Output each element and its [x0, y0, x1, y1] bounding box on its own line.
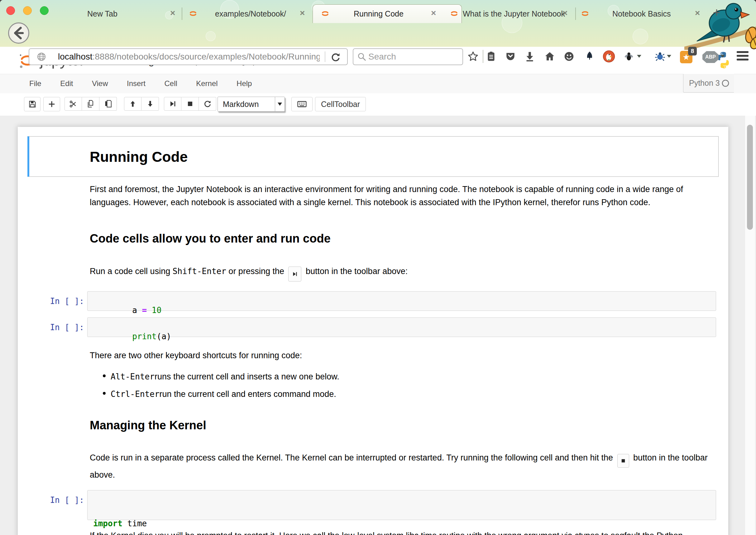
- reload-icon[interactable]: [330, 52, 341, 62]
- cut-cell-button[interactable]: [65, 97, 82, 111]
- tab-close-icon[interactable]: ×: [562, 9, 567, 17]
- window-close-button[interactable]: [6, 6, 15, 15]
- restart-kernel-button[interactable]: [199, 97, 216, 111]
- code-cell-input[interactable]: print(a): [87, 317, 716, 337]
- menu-file[interactable]: File: [20, 74, 50, 93]
- command-palette-button[interactable]: [291, 97, 312, 111]
- reading-list-icon[interactable]: [486, 51, 497, 62]
- select-arrow: [275, 97, 284, 111]
- url-text[interactable]: localhost:8888/notebooks/docs/source/exa…: [58, 49, 320, 65]
- code-cell-input[interactable]: import time time.sleep(10): [87, 490, 716, 520]
- bullet-text: run the current cell and enters command …: [160, 387, 336, 401]
- menu-help[interactable]: Help: [228, 74, 260, 93]
- copy-cell-button[interactable]: [82, 97, 99, 111]
- search-bar[interactable]: [353, 48, 463, 65]
- tab-what-is-jupyter[interactable]: What is the Jupyter Notebook: [463, 9, 565, 18]
- interrupt-kernel-button[interactable]: [181, 97, 199, 111]
- menu-kernel[interactable]: Kernel: [187, 74, 226, 93]
- run-cell-button[interactable]: [164, 97, 181, 111]
- arrow-up-icon: [129, 100, 137, 108]
- abp-label: ABP: [705, 54, 716, 60]
- menu-view[interactable]: View: [83, 74, 117, 93]
- arrow-down-icon: [146, 100, 154, 108]
- chevron-down-icon[interactable]: [637, 55, 641, 58]
- section-heading-managing-kernel[interactable]: Managing the Kernel: [90, 419, 206, 432]
- notebook-page: Running Code First and foremost, the Jup…: [0, 116, 756, 535]
- search-input[interactable]: [368, 50, 459, 63]
- keyboard-icon: [297, 99, 307, 109]
- jupyter-favicon-icon: [321, 9, 329, 18]
- tab-close-icon[interactable]: ×: [431, 9, 436, 17]
- notebook-h1: Running Code: [90, 148, 188, 165]
- new-tab-button[interactable]: +: [713, 6, 720, 20]
- quill-addon-icon[interactable]: [584, 51, 595, 62]
- save-button[interactable]: [24, 97, 40, 111]
- chevron-down-icon[interactable]: [667, 55, 671, 58]
- code-token: import: [93, 519, 122, 528]
- paste-cell-button[interactable]: [99, 97, 117, 111]
- tab-close-icon[interactable]: ×: [170, 9, 175, 17]
- scrollbar-track[interactable]: [745, 116, 755, 535]
- tab-close-icon[interactable]: ×: [695, 9, 700, 17]
- duckduckgo-icon[interactable]: [603, 50, 615, 63]
- move-cell-down-button[interactable]: [142, 97, 159, 111]
- bug-addon-icon[interactable]: [654, 51, 666, 62]
- bullet-text: runs the current cell and inserts a new …: [154, 370, 339, 383]
- shortcuts-intro: There are two other keyboard shortcuts f…: [90, 349, 302, 362]
- code-token: time: [122, 519, 147, 528]
- cell-type-value: Markdown: [218, 100, 275, 109]
- menu-cell[interactable]: Cell: [155, 74, 186, 93]
- chevron-down-icon[interactable]: [720, 55, 725, 58]
- section-heading-code-cells[interactable]: Code cells allow you to enter and run co…: [90, 232, 331, 245]
- adblock-plus-icon[interactable]: ABP: [702, 51, 718, 63]
- run-line-post: button in the toolbar above:: [303, 267, 408, 276]
- toolbar-separator: [483, 50, 483, 63]
- menu-hamburger-icon[interactable]: [737, 51, 748, 61]
- pocket-icon[interactable]: [505, 51, 516, 62]
- list-item: Ctrl-Enter run the current cell and ente…: [103, 387, 339, 401]
- inline-stop-button-image: [617, 454, 629, 468]
- url-path: :8888/notebooks/docs/source/examples/Not…: [93, 52, 320, 61]
- menu-edit[interactable]: Edit: [51, 74, 82, 93]
- tab-close-icon[interactable]: ×: [300, 9, 305, 17]
- save-icon: [28, 100, 37, 108]
- markdown-cell-selected[interactable]: Running Code: [27, 136, 718, 177]
- bullet-kbd: Alt-Enter: [111, 372, 154, 381]
- browser-chrome: New Tab × examples/Notebook/ × Running C…: [0, 0, 756, 47]
- move-button-group: [124, 97, 159, 111]
- home-icon[interactable]: [544, 51, 555, 62]
- run-line-mid: or pressing the: [226, 267, 287, 276]
- fly-addon-icon[interactable]: [623, 51, 634, 62]
- feedback-smiley-icon[interactable]: [563, 51, 575, 62]
- plus-icon: [48, 100, 56, 108]
- code-token: print: [132, 332, 156, 341]
- window-zoom-button[interactable]: [40, 6, 49, 15]
- downloads-icon[interactable]: [524, 51, 535, 62]
- tab-running-code-label[interactable]: Running Code: [354, 9, 404, 18]
- bookmark-star-icon[interactable]: [468, 51, 479, 62]
- scrollbar-thumb[interactable]: [747, 125, 753, 230]
- kernel-status-icon: [721, 79, 730, 87]
- input-prompt: In [ ]:: [38, 495, 84, 505]
- intro-paragraph[interactable]: First and foremost, the Jupyter Notebook…: [90, 183, 711, 209]
- url-host: localhost: [58, 52, 93, 61]
- stop-icon: [620, 458, 626, 464]
- jupyter-favicon-icon: [581, 9, 589, 18]
- move-cell-up-button[interactable]: [124, 97, 142, 111]
- kernel-indicator: Python 3: [683, 74, 734, 93]
- scissors-icon: [69, 99, 78, 108]
- url-bar[interactable]: localhost:8888/notebooks/docs/source/exa…: [29, 48, 348, 65]
- code-cell-input[interactable]: a = 10: [87, 291, 716, 311]
- cell-type-select[interactable]: Markdown: [218, 97, 285, 112]
- tab-examples-notebook[interactable]: examples/Notebook/: [215, 9, 286, 18]
- window-minimize-button[interactable]: [23, 6, 32, 15]
- tab-notebook-basics[interactable]: Notebook Basics: [612, 9, 671, 18]
- tab-new-tab[interactable]: New Tab: [87, 9, 118, 18]
- cell-toolbar-label: CellToolbar: [321, 100, 360, 109]
- menu-insert[interactable]: Insert: [118, 74, 154, 93]
- back-button[interactable]: [8, 22, 29, 43]
- cell-toolbar-button[interactable]: CellToolbar: [315, 97, 366, 111]
- insert-cell-below-button[interactable]: [43, 97, 60, 111]
- shortcuts-list: Alt-Enter runs the current cell and inse…: [103, 370, 339, 401]
- bullet-kbd: Ctrl-Enter: [111, 389, 160, 399]
